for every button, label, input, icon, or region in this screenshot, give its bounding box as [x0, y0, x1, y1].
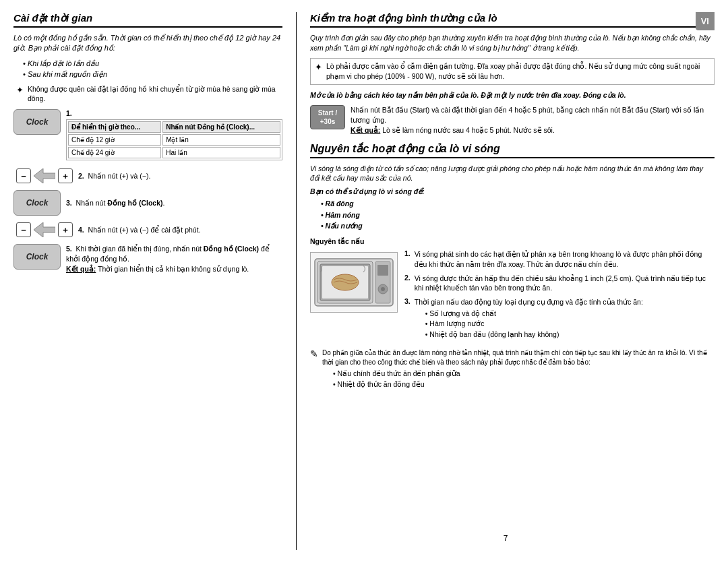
microwave-image-area	[310, 249, 398, 315]
plus-button-2[interactable]: +	[58, 222, 73, 237]
can-use-list: • Rã đông • Hâm nóng • Nấu nướng	[310, 198, 715, 232]
step1-content: 1. Để hiển thị giờ theo... Nhấn nút Đồng…	[66, 109, 282, 162]
step3-row: Clock 3. Nhấn nút Đồng hồ (Clock).	[13, 190, 164, 216]
right-section-title-1: Kiểm tra hoạt động bình thường của lò	[310, 12, 715, 28]
minus-button[interactable]: −	[16, 168, 31, 183]
right-note-text: Lò phải được cắm vào ổ cắm điện gần tườn…	[326, 61, 710, 81]
principle3-num: 3.	[404, 297, 411, 340]
right-intro-2: Vi sóng là sóng điện từ có tần số cao; n…	[310, 164, 715, 183]
clock-steps-area: Clock 1. Để hiển thị giờ theo... Nhấn nú…	[13, 109, 282, 274]
bullet-item: Sau khi mất nguồn điện	[23, 69, 282, 80]
list-item: Hàm lượng nước	[425, 319, 643, 330]
vi-badge: VI	[696, 12, 715, 30]
list-item: • Hâm nóng	[321, 210, 715, 221]
principle2-num: 2.	[404, 274, 411, 293]
minus-button-2[interactable]: −	[16, 222, 31, 237]
clock-button-1[interactable]: Clock	[13, 109, 61, 135]
principle-area: 1. Vi sóng phát sinh do các hạt điện tử …	[310, 249, 715, 344]
speaker-bullets: Nấu chính đều thức ăn đến phần giữa Nhiệ…	[322, 369, 715, 390]
table-cell: Chế độ 24 giờ	[68, 147, 161, 158]
principle-2-row: 2. Vi sóng được thức ăn hấp thu đến chiề…	[404, 274, 715, 293]
pencil-icon: ✎	[310, 348, 318, 359]
svg-point-10	[381, 287, 385, 291]
start-button[interactable]: Start / +30s	[310, 105, 345, 129]
principle1-text: Vi sóng phát sinh do các hạt điện tử phâ…	[415, 249, 715, 269]
list-item: Nấu chính đều thức ăn đến phần giữa	[333, 369, 715, 379]
arrow-icon-2	[34, 222, 55, 237]
principle1-num: 1.	[404, 249, 411, 269]
plus-button[interactable]: +	[58, 168, 73, 183]
left-section-title: Cài đặt thời gian	[13, 12, 282, 28]
step1-num: 1.	[66, 109, 282, 117]
note-icon: ✦	[16, 85, 24, 95]
step1-row: Clock 1. Để hiển thị giờ theo... Nhấn nú…	[13, 109, 282, 162]
result-label-right: Kết quả:	[351, 126, 380, 134]
plus-minus-buttons: − +	[16, 168, 73, 183]
list-item: • Rã đông	[321, 198, 715, 210]
table-cell: Một lần	[162, 134, 280, 146]
step4-content: 4. Nhấn nút (+) và (−) để cài đặt phút.	[78, 226, 201, 234]
list-item: Nhiệt độ ban đầu (đông lạnh hay không)	[425, 330, 643, 340]
svg-marker-1	[34, 222, 55, 237]
svg-rect-8	[377, 265, 388, 276]
plus-minus-buttons-2: − +	[16, 222, 73, 237]
list-item: • Nấu nướng	[321, 220, 715, 232]
svg-marker-0	[34, 168, 55, 183]
principle2-text: Vi sóng được thức ăn hấp thu đến chiều s…	[415, 274, 715, 293]
start-button-row: Start / +30s Nhấn nút Bắt đầu (Start) và…	[310, 105, 715, 135]
page: Cài đặt thời gian Lò có một đồng hồ gắn …	[0, 0, 728, 562]
list-item: Số lượng và độ chất	[425, 309, 643, 319]
speaker-note-content: Do phần giữa của thức ăn được làm nóng n…	[322, 348, 715, 390]
left-note-text: Không được quên cài đặt lại đồng hồ khi …	[28, 84, 282, 104]
right-column: VI Kiểm tra hoạt động bình thường của lò…	[297, 12, 715, 550]
step2-row: − + 2. Nhấn nút (+) và (−).	[13, 168, 150, 183]
right-note-box: ✦ Lò phải được cắm vào ổ cắm điện gần tư…	[310, 58, 715, 84]
list-item: Nhiệt độ thức ăn đồng đều	[333, 379, 715, 390]
right-intro-1: Quy trình đơn giản sau đây cho phép bạn …	[310, 33, 715, 53]
table-cell: Hai lần	[162, 147, 280, 158]
speaker-note-text: Do phần giữa của thức ăn được làm nóng n…	[322, 349, 707, 366]
step5-row: Clock 5. Khi thời gian đã hiển thị đúng,…	[13, 244, 282, 274]
speaker-note-box: ✎ Do phần giữa của thức ăn được làm nóng…	[310, 348, 715, 390]
principle3-intro: Thời gian nấu dao động tùy loại dụng cụ …	[415, 298, 643, 306]
microwave-svg	[313, 255, 394, 309]
left-note-box: ✦ Không được quên cài đặt lại đồng hồ kh…	[13, 84, 282, 104]
instruction-bold: Mở cửa lò bằng cách kéo tay nắm bên phải…	[310, 90, 715, 100]
microwave-image	[310, 252, 398, 313]
principle-1-row: 1. Vi sóng phát sinh do các hạt điện tử …	[404, 249, 715, 269]
principle3-bullets: Số lượng và độ chất Hàm lượng nước Nhiệt…	[415, 309, 643, 340]
bullet-item: Khi lắp đặt lò lần đầu	[23, 58, 282, 69]
can-use-label: Bạn có thể sử dụng lò vi sóng để:	[310, 187, 715, 195]
left-intro: Lò có một đồng hồ gắn sẵn. Thời gian có …	[13, 33, 282, 54]
result-label: Kết quả:	[66, 265, 96, 273]
start-step-text: Nhấn nút Bắt đầu (Start) và cài đặt thời…	[351, 105, 715, 135]
clock-times-table: Để hiển thị giờ theo... Nhấn nút Đồng hồ…	[66, 119, 282, 160]
principles-list: 1. Vi sóng phát sinh do các hạt điện tử …	[404, 249, 715, 344]
left-column: Cài đặt thời gian Lò có một đồng hồ gắn …	[13, 12, 297, 550]
step3-content: 3. Nhấn nút Đồng hồ (Clock).	[66, 199, 164, 207]
table-cell: Chế độ 12 giờ	[68, 134, 161, 146]
right-section-title-2: Nguyên tắc hoạt động của lò vi sóng	[310, 142, 715, 158]
note-icon-right: ✦	[315, 62, 322, 72]
left-bullets: Khi lắp đặt lò lần đầu Sau khi mất nguồn…	[13, 58, 282, 80]
table-header-1: Để hiển thị giờ theo...	[68, 121, 161, 133]
page-number: 7	[504, 534, 508, 543]
step5-content: 5. Khi thời gian đã hiển thị đúng, nhấn …	[66, 244, 282, 274]
principle3-content: Thời gian nấu dao động tùy loại dụng cụ …	[415, 297, 643, 340]
principle-label: Nguyên tắc nấu	[310, 237, 715, 245]
clock-button-2[interactable]: Clock	[13, 190, 61, 216]
clock-button-3[interactable]: Clock	[13, 244, 61, 270]
step4-row: − + 4. Nhấn nút (+) và (−) để cài đặt ph…	[13, 222, 201, 237]
step2-label: 2. Nhấn nút (+) và (−).	[78, 172, 150, 180]
table-header-2: Nhấn nút Đồng hồ (Clock)...	[162, 121, 280, 133]
principle-3-row: 3. Thời gian nấu dao động tùy loại dụng …	[404, 297, 715, 340]
arrow-icon	[34, 168, 55, 183]
